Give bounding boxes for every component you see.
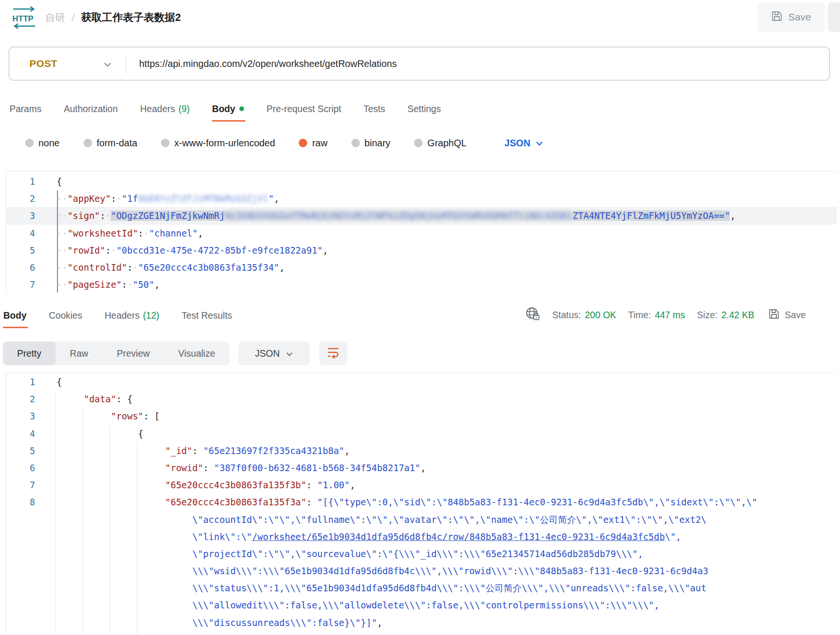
- chevron-down-icon: [536, 138, 543, 149]
- time-stat: Time: 447 ms: [628, 310, 685, 321]
- code-segment: NzJkNU1hOGIwYTMwNjEzN2YxMjZYWFkzZDg5NjUy…: [225, 210, 573, 221]
- code-segment: \",: [665, 531, 681, 542]
- code-text: ··"worksheetId":·"channel",: [35, 225, 203, 242]
- code-segment: ZTA4NTE4YjFlZmFkMjU5YmYzOA==": [573, 210, 730, 221]
- request-language-selector[interactable]: JSON: [504, 138, 543, 149]
- code-segment: ,: [279, 262, 284, 273]
- code-line: 9 "ctime": "": [6, 631, 837, 635]
- save-response-label: Save: [785, 310, 806, 321]
- line-number: 3: [6, 207, 35, 224]
- radio-icon: [414, 139, 423, 147]
- code-segment: :: [143, 411, 154, 421]
- code-segment: ·: [111, 245, 116, 256]
- response-tab-cookies[interactable]: Cookies: [49, 310, 82, 321]
- body-mode-form-data[interactable]: form-data: [84, 138, 138, 149]
- code-segment: [57, 566, 192, 576]
- response-language-selector[interactable]: JSON: [238, 341, 310, 365]
- code-segment: :: [116, 394, 127, 404]
- code-segment: ··: [57, 228, 67, 238]
- method-selector[interactable]: POST: [29, 58, 57, 69]
- code-segment: ,: [730, 210, 735, 221]
- green-dot-icon: [239, 106, 244, 111]
- response-tab-headers[interactable]: Headers(12): [104, 310, 159, 321]
- response-view-raw[interactable]: Raw: [56, 341, 103, 365]
- response-tab-test-results[interactable]: Test Results: [182, 310, 232, 321]
- radio-icon: [299, 139, 307, 147]
- code-segment: "[{\"type\":0,\"sid\":\"848b5a83-f131-4e…: [317, 497, 757, 507]
- code-segment: ··: [57, 245, 67, 256]
- code-segment: \"link\":\": [192, 531, 252, 542]
- body-mode-label: none: [38, 138, 60, 149]
- code-text: \\\"allowedit\\\":false,\\\"allowdelete\…: [35, 597, 660, 614]
- code-segment: [57, 394, 84, 404]
- code-line: \\\"allowedit\\\":false,\\\"allowdelete\…: [6, 597, 837, 614]
- response-link[interactable]: /worksheet/65e1b9034d1dfa95d6d8fb4c/row/…: [252, 531, 665, 542]
- code-text: {: [35, 425, 143, 442]
- code-segment: ,: [323, 245, 328, 256]
- save-button[interactable]: Save: [757, 2, 825, 32]
- line-number: 2: [6, 190, 35, 207]
- request-tab-settings[interactable]: Settings: [407, 104, 441, 114]
- body-mode-raw[interactable]: raw: [299, 138, 327, 149]
- request-tab-headers[interactable]: Headers(9): [140, 104, 190, 114]
- request-tab-authorization[interactable]: Authorization: [64, 104, 118, 114]
- code-segment: {: [57, 176, 62, 187]
- response-tab-body[interactable]: Body: [3, 310, 27, 321]
- code-segment: [57, 445, 165, 456]
- response-status-bar: Status: 200 OK Time: 447 ms Size: 2.42 K…: [525, 304, 806, 326]
- body-mode-x-www-form-urlencoded[interactable]: x-www-form-urlencoded: [161, 138, 275, 149]
- code-segment: [57, 583, 192, 593]
- code-segment: ,: [377, 617, 382, 628]
- tab-label: Pre-request Script: [266, 104, 341, 114]
- code-segment: [57, 480, 165, 490]
- indent-guide: [83, 408, 83, 635]
- request-tab-params[interactable]: Params: [9, 104, 41, 114]
- response-body-viewer[interactable]: 1{2 "data": {3 "rows": [4 {5 "_id": "65e…: [6, 373, 837, 635]
- request-body-editor[interactable]: 1{2··"appKey":·"1fOGE0YzZlOTJiMTBkMzQ3Zj…: [6, 171, 837, 293]
- request-tab-body[interactable]: Body: [212, 104, 245, 114]
- save-options-button[interactable]: [828, 2, 840, 32]
- code-text: \\\"discussunreads\\\":false}\"}]",: [35, 614, 382, 631]
- breadcrumb-collection[interactable]: 自研: [45, 11, 65, 24]
- line-number: 5: [6, 442, 35, 459]
- response-view-visualize[interactable]: Visualize: [164, 341, 229, 365]
- code-segment: :: [127, 262, 132, 273]
- response-view-pretty[interactable]: Pretty: [3, 341, 56, 365]
- status-value: 200 OK: [585, 310, 616, 321]
- chevron-down-icon[interactable]: [104, 61, 112, 69]
- line-number: [6, 597, 35, 614]
- code-text: ··"sign":·"ODgzZGE1NjFmZjkwNmRjNzJkNU1hO…: [35, 207, 736, 224]
- code-segment: "controlId": [67, 262, 127, 273]
- tab-label: Authorization: [64, 104, 118, 114]
- body-mode-none[interactable]: none: [25, 138, 60, 149]
- code-line: \"link\":\"/worksheet/65e1b9034d1dfa95d6…: [6, 528, 837, 545]
- code-segment: "sign": [67, 210, 100, 221]
- save-icon: [768, 308, 780, 322]
- code-segment: "1f: [122, 193, 138, 204]
- url-input[interactable]: https://api.mingdao.com/v2/open/workshee…: [139, 58, 397, 69]
- code-line: 2··"appKey":·"1fOGE0YzZlOTJiMTBkMzQ3ZjVl…: [6, 190, 837, 207]
- save-response-button[interactable]: Save: [768, 308, 806, 322]
- body-mode-binary[interactable]: binary: [351, 138, 390, 149]
- api-client-window: HTTP 自研 / 获取工作表子表数据2 Save POST: [0, 0, 840, 635]
- response-language-label: JSON: [255, 348, 280, 359]
- code-line: 1{: [6, 173, 837, 190]
- body-mode-graphql[interactable]: GraphQL: [414, 138, 466, 149]
- wrap-text-button[interactable]: [319, 341, 347, 365]
- code-segment: :: [138, 228, 143, 238]
- code-segment: ,: [420, 463, 425, 473]
- request-tab-tests[interactable]: Tests: [363, 104, 385, 114]
- code-segment: ,: [274, 193, 279, 204]
- code-text: \"accountId\":\"\",\"fullname\":\"\",\"a…: [35, 511, 707, 528]
- response-view-preview[interactable]: Preview: [103, 341, 164, 365]
- code-segment: "data": [84, 394, 116, 404]
- request-tab-pre-request-script[interactable]: Pre-request Script: [266, 104, 341, 114]
- code-line: \"accountId\":\"\",\"fullname\":\"\",\"a…: [6, 511, 837, 528]
- code-segment: \"projectId\":\"\",\"sourcevalue\":\"{\\…: [192, 549, 643, 559]
- code-segment: "50": [132, 279, 154, 290]
- code-segment: [57, 531, 192, 542]
- code-text: "data": {: [35, 390, 132, 408]
- line-number: 6: [6, 259, 35, 276]
- code-segment: "65e20ccc4c3b0863fa135f3a": [165, 497, 306, 507]
- code-segment: ·: [143, 228, 149, 238]
